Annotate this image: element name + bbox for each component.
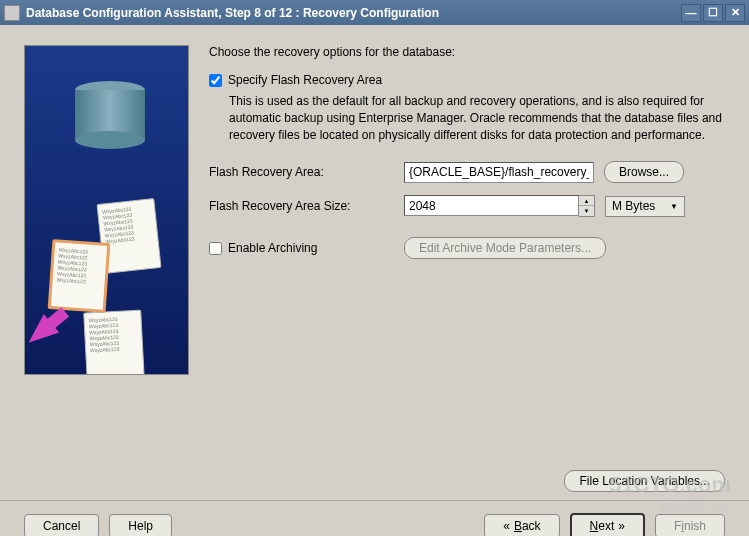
back-button[interactable]: « Back [484, 514, 559, 537]
arrow-icon [24, 314, 59, 352]
fra-description: This is used as the default for all back… [229, 93, 725, 143]
specify-fra-checkbox[interactable] [209, 74, 222, 87]
maximize-button[interactable]: ☐ [703, 4, 723, 22]
edit-archive-params-button[interactable]: Edit Archive Mode Parameters... [404, 237, 606, 259]
fra-size-label: Flash Recovery Area Size: [209, 199, 404, 213]
fra-size-unit-value: M Bytes [612, 199, 655, 213]
fra-path-row: Flash Recovery Area: Browse... [209, 161, 725, 183]
chevron-right-icon: » [618, 519, 625, 533]
specify-fra-label: Specify Flash Recovery Area [228, 73, 382, 87]
archiving-row: Enable Archiving Edit Archive Mode Param… [209, 237, 725, 259]
close-button[interactable]: ✕ [725, 4, 745, 22]
fra-size-row: Flash Recovery Area Size: ▲ ▼ M Bytes ▼ [209, 195, 725, 217]
next-label: Next [590, 519, 615, 533]
window-title: Database Configuration Assistant, Step 8… [26, 6, 681, 20]
enable-archiving-label: Enable Archiving [228, 241, 317, 255]
next-button[interactable]: Next » [570, 513, 645, 537]
fra-size-input[interactable] [404, 195, 579, 216]
content-panel: Choose the recovery options for the data… [189, 45, 725, 456]
fra-path-label: Flash Recovery Area: [209, 165, 404, 179]
browse-button[interactable]: Browse... [604, 161, 684, 183]
finish-label: Finish [674, 519, 706, 533]
cancel-button[interactable]: Cancel [24, 514, 99, 537]
file-location-variables-button[interactable]: File Location Variables... [564, 470, 725, 492]
chevron-down-icon: ▼ [670, 202, 678, 211]
fra-size-spinner: ▲ ▼ [404, 195, 595, 217]
document-highlighted-icon: WxyzAbc123WxyzAbc123WxyzAbc123WxyzAbc123… [48, 239, 111, 313]
app-icon [4, 5, 20, 21]
finish-button[interactable]: Finish [655, 514, 725, 537]
back-label: Back [514, 519, 541, 533]
wizard-footer: Cancel Help « Back Next » Finish [0, 500, 749, 536]
spinner-down-button[interactable]: ▼ [579, 206, 594, 216]
document-icon: WxyzAbc123WxyzAbc123WxyzAbc123WxyzAbc123… [83, 310, 145, 375]
spinner-up-button[interactable]: ▲ [579, 196, 594, 206]
help-button[interactable]: Help [109, 514, 172, 537]
chevron-left-icon: « [503, 519, 510, 533]
file-location-row: File Location Variables... [0, 466, 749, 500]
fra-size-unit-select[interactable]: M Bytes ▼ [605, 196, 685, 217]
database-cylinder-icon [75, 81, 145, 161]
fra-path-input[interactable] [404, 162, 594, 183]
titlebar: Database Configuration Assistant, Step 8… [0, 0, 749, 25]
specify-fra-row: Specify Flash Recovery Area [209, 73, 725, 87]
wizard-side-graphic: WxyzAbc123WxyzAbc123WxyzAbc123WxyzAbc123… [24, 45, 189, 375]
main-area: WxyzAbc123WxyzAbc123WxyzAbc123WxyzAbc123… [0, 25, 749, 466]
spinner-buttons: ▲ ▼ [579, 195, 595, 217]
prompt-text: Choose the recovery options for the data… [209, 45, 725, 59]
enable-archiving-checkbox[interactable] [209, 242, 222, 255]
minimize-button[interactable]: — [681, 4, 701, 22]
window-controls: — ☐ ✕ [681, 4, 745, 22]
